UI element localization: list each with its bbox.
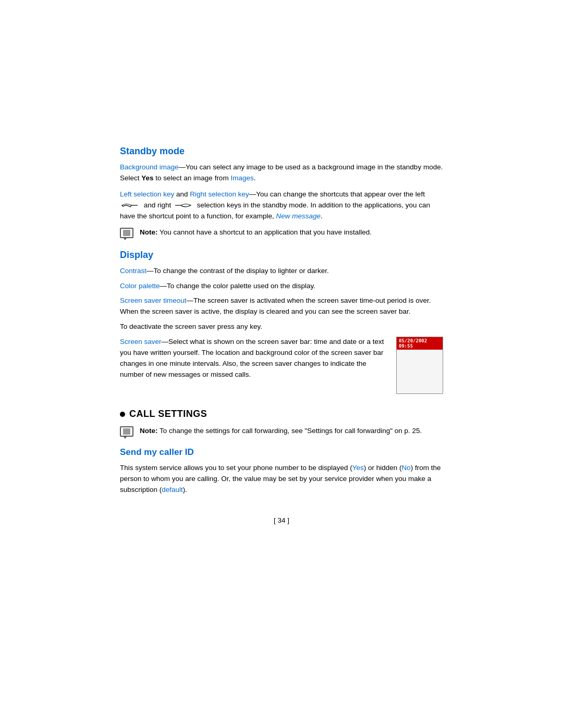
background-image-link: Background image — [120, 163, 179, 171]
caller-id-heading: Send my caller ID — [120, 447, 443, 458]
call-settings-section: CALL SETTINGS Note: To change the settin… — [120, 409, 443, 496]
standby-note-box: Note: You cannot have a shortcut to an a… — [120, 227, 443, 239]
call-settings-note-icon-inner — [120, 426, 133, 437]
deactivate-text: To deactivate the screen saver press any… — [120, 322, 443, 332]
standby-para1-end: . — [254, 174, 256, 182]
no-link: No — [402, 464, 411, 472]
standby-note-text: Note: You cannot have a shortcut to an a… — [140, 227, 372, 238]
call-settings-note-icon — [120, 426, 134, 438]
display-section: Display Contrast—To change the contrast … — [120, 250, 443, 394]
left-key-icon — [121, 200, 141, 211]
yes-link: Yes — [352, 464, 364, 472]
content-area: Standby mode Background image—You can se… — [120, 146, 443, 524]
call-settings-note-box: Note: To change the settings for call fo… — [120, 426, 443, 438]
phone-screen-date-bar: 05/20/2002 09:55 — [397, 337, 443, 350]
new-message-link: New message — [276, 212, 321, 220]
caller-id-text: This system service allows you to set yo… — [120, 463, 443, 496]
and-text: and — [174, 190, 190, 198]
standby-selection-keys-para: Left selection key and Right selection k… — [120, 189, 443, 222]
screen-saver-timeout-link: Screen saver timeout — [120, 297, 187, 304]
note-label-standby: Note: — [140, 228, 158, 236]
contrast-link: Contrast — [120, 267, 146, 275]
note-icon-page — [123, 230, 130, 236]
call-settings-note-content: To change the settings for call forwardi… — [160, 427, 422, 435]
para2-text2: and right — [144, 201, 172, 209]
caller-id-text1: This system service allows you to set yo… — [120, 464, 352, 472]
note-icon-inner — [120, 228, 133, 238]
screen-saver-link: Screen saver — [120, 338, 162, 346]
caller-id-text2: ) or hidden ( — [364, 464, 402, 472]
standby-para1-text2: to select an image from — [154, 174, 231, 182]
standby-note-content: You cannot have a shortcut to an applica… — [160, 228, 372, 236]
images-link: Images — [230, 174, 253, 182]
page-number: [ 34 ] — [120, 516, 443, 524]
note-icon — [120, 228, 134, 239]
standby-mode-section: Standby mode Background image—You can se… — [120, 146, 443, 239]
contrast-para: Contrast—To change the contrast of the d… — [120, 266, 443, 277]
page-container: Standby mode Background image—You can se… — [0, 0, 563, 728]
call-settings-heading-row: CALL SETTINGS — [120, 409, 443, 419]
standby-background-para: Background image—You can select any imag… — [120, 162, 443, 184]
call-settings-bullet — [120, 412, 125, 417]
screen-saver-row: Screen saver—Select what is shown on the… — [120, 337, 443, 394]
standby-yes: Yes — [141, 174, 153, 182]
call-settings-note-icon-page — [123, 428, 130, 435]
right-key-icon — [174, 200, 194, 211]
call-settings-note-text: Note: To change the settings for call fo… — [140, 426, 422, 436]
standby-mode-heading: Standby mode — [120, 146, 443, 157]
screen-saver-timeout-para: Screen saver timeout—The screen saver is… — [120, 295, 443, 317]
contrast-text: —To change the contrast of the display t… — [146, 267, 329, 275]
call-settings-note-label: Note: — [140, 427, 158, 435]
color-palette-text: —To change the color palette used on the… — [160, 282, 315, 290]
caller-id-text4: ). — [183, 486, 187, 493]
color-palette-para: Color palette—To change the color palett… — [120, 281, 443, 292]
screen-saver-text: Screen saver—Select what is shown on the… — [120, 337, 386, 380]
color-palette-link: Color palette — [120, 282, 160, 290]
right-selection-key-link: Right selection key — [190, 190, 249, 198]
phone-screen-image: 05/20/2002 09:55 — [396, 337, 443, 394]
para2-end: . — [321, 212, 323, 220]
para2-text: —You can change the shortcuts that appea… — [249, 190, 425, 198]
display-heading: Display — [120, 250, 443, 261]
left-selection-key-link: Left selection key — [120, 190, 174, 198]
call-settings-title: CALL SETTINGS — [129, 409, 207, 419]
default-link: default — [162, 486, 183, 493]
